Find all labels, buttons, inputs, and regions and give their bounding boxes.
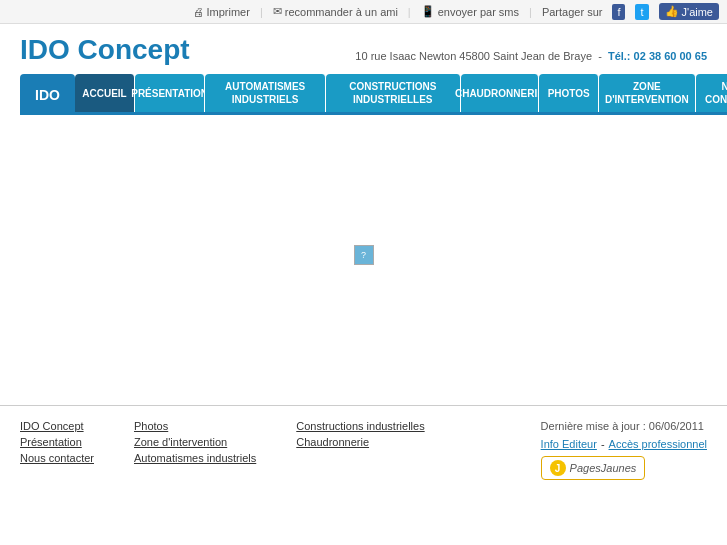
footer-columns: IDO Concept Présentation Nous contacter …	[20, 420, 707, 480]
nav-item-automatismes[interactable]: AUTOMATISMES INDUSTRIELS	[205, 74, 326, 112]
footer-col-2: Photos Zone d'intervention Automatismes …	[134, 420, 256, 480]
thumbs-up-icon: 👍	[665, 5, 679, 18]
footer-meta-links: Info Editeur - Accès professionnel	[541, 438, 707, 450]
header-address: 10 rue Isaac Newton 45800 Saint Jean de …	[355, 34, 707, 62]
logo-box: IDO	[20, 74, 75, 115]
content-placeholder: ?	[354, 245, 374, 265]
facebook-button[interactable]: f	[612, 4, 625, 20]
recommend-label: recommander à un ami	[285, 6, 398, 18]
nav-item-contact[interactable]: NOUS CONTACTER	[696, 74, 727, 112]
nav-item-constructions[interactable]: CONSTRUCTIONS INDUSTRIELLES	[326, 74, 461, 112]
print-icon: 🖨	[193, 6, 204, 18]
nav-wrapper: IDO ACCUEIL PRÉSENTATION AUTOMATISMES IN…	[0, 74, 727, 115]
footer-link-zone[interactable]: Zone d'intervention	[134, 436, 256, 448]
address-text: 10 rue Isaac Newton 45800 Saint Jean de …	[355, 50, 592, 62]
footer-link-photos[interactable]: Photos	[134, 420, 256, 432]
print-button[interactable]: 🖨 Imprimer	[193, 6, 250, 18]
meta-separator: -	[601, 438, 605, 450]
divider2: |	[408, 6, 411, 18]
recommend-button[interactable]: ✉ recommander à un ami	[273, 5, 398, 18]
nav-item-photos[interactable]: PHOTOS	[539, 74, 599, 112]
phone-number: 02 38 60 00 65	[634, 50, 707, 62]
share-button[interactable]: Partager sur	[542, 6, 603, 18]
email-icon: ✉	[273, 5, 282, 18]
footer-col-1: IDO Concept Présentation Nous contacter	[20, 420, 94, 480]
footer-right: Dernière mise à jour : 06/06/2011 Info E…	[541, 420, 707, 480]
sms-button[interactable]: 📱 envoyer par sms	[421, 5, 519, 18]
footer-link-ido[interactable]: IDO Concept	[20, 420, 94, 432]
top-toolbar: 🖨 Imprimer | ✉ recommander à un ami | 📱 …	[0, 0, 727, 24]
site-header: IDO Concept 10 rue Isaac Newton 45800 Sa…	[0, 24, 727, 74]
twitter-icon: t	[640, 6, 643, 18]
site-title: IDO Concept	[20, 34, 190, 66]
nav-item-presentation[interactable]: PRÉSENTATION	[135, 74, 205, 112]
nav-item-accueil[interactable]: ACCUEIL	[75, 74, 135, 112]
jaime-label: J'aime	[682, 6, 713, 18]
sms-icon: 📱	[421, 5, 435, 18]
footer-link-constructions[interactable]: Constructions industrielles	[296, 420, 424, 432]
phone-label: Tél.:	[608, 50, 631, 62]
jaime-button[interactable]: 👍 J'aime	[659, 3, 719, 20]
last-updated: Dernière mise à jour : 06/06/2011	[541, 420, 704, 432]
divider1: |	[260, 6, 263, 18]
logo-text: IDO	[35, 87, 60, 103]
image-placeholder: ?	[354, 245, 374, 265]
footer-link-presentation[interactable]: Présentation	[20, 436, 94, 448]
acces-professionnel-link[interactable]: Accès professionnel	[609, 438, 707, 450]
main-content: ?	[0, 115, 727, 395]
footer-link-contact[interactable]: Nous contacter	[20, 452, 94, 464]
pj-label: PagesJaunes	[570, 462, 637, 474]
main-nav: ACCUEIL PRÉSENTATION AUTOMATISMES INDUST…	[75, 74, 727, 115]
divider3: |	[529, 6, 532, 18]
info-editeur-link[interactable]: Info Editeur	[541, 438, 597, 450]
footer-link-chaudronnerie[interactable]: Chaudronnerie	[296, 436, 424, 448]
facebook-icon: f	[617, 6, 620, 18]
sms-label: envoyer par sms	[438, 6, 519, 18]
footer-link-automatismes[interactable]: Automatismes industriels	[134, 452, 256, 464]
nav-item-chaudronnerie[interactable]: CHAUDRONNERIE	[461, 74, 540, 112]
site-footer: IDO Concept Présentation Nous contacter …	[0, 405, 727, 490]
print-label: Imprimer	[207, 6, 250, 18]
footer-col-3: Constructions industrielles Chaudronneri…	[296, 420, 424, 480]
twitter-button[interactable]: t	[635, 4, 648, 20]
share-label: Partager sur	[542, 6, 603, 18]
nav-item-zone[interactable]: ZONE D'INTERVENTION	[599, 74, 695, 112]
pages-jaunes-badge[interactable]: J PagesJaunes	[541, 456, 646, 480]
pj-icon: J	[550, 460, 566, 476]
